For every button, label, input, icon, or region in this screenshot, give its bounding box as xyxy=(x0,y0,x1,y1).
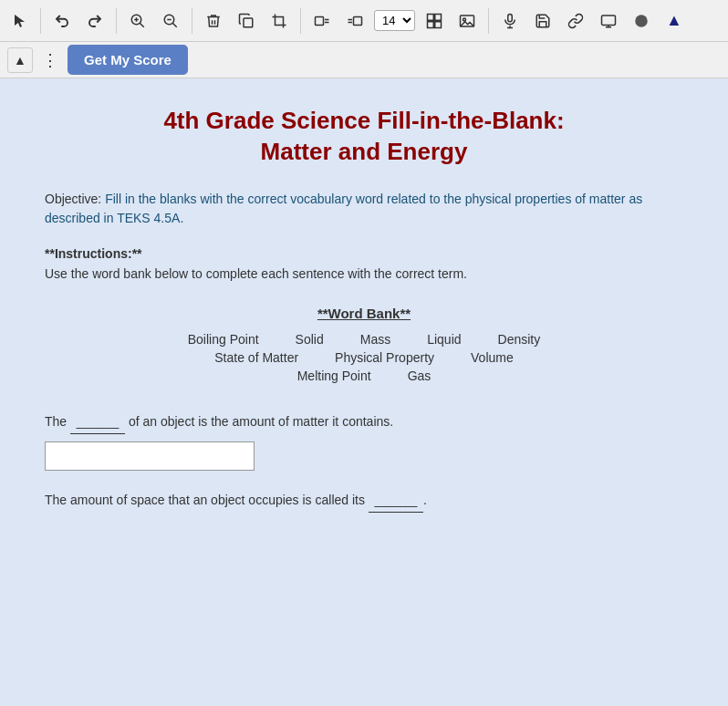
circle-button[interactable] xyxy=(628,9,655,33)
triangle-button[interactable]: ▲ xyxy=(660,7,688,34)
svg-rect-15 xyxy=(428,14,434,20)
separator-1 xyxy=(40,8,41,34)
word-gas: Gas xyxy=(408,369,432,383)
separator-5 xyxy=(488,8,489,34)
font-size-select[interactable]: 14 12 16 18 24 xyxy=(374,10,415,31)
select-tool[interactable] xyxy=(7,10,33,32)
instructions-body: Use the word bank below to complete each… xyxy=(45,265,683,284)
question-1-text: The ______ of an object is the amount of… xyxy=(45,410,683,434)
redo-button[interactable] xyxy=(81,9,109,33)
question-1-blank: ______ xyxy=(70,410,125,434)
word-bank-title: **Word Bank** xyxy=(45,306,683,321)
svg-rect-16 xyxy=(435,14,442,20)
word-solid: Solid xyxy=(296,332,324,347)
word-bank-row-2: State of Matter Physical Property Volume xyxy=(214,350,513,365)
word-bank-row-3: Melting Point Gas xyxy=(297,369,432,383)
word-bank-row-1: Boiling Point Solid Mass Liquid Density xyxy=(188,332,540,347)
separator-3 xyxy=(192,8,192,34)
zoom-in-button[interactable] xyxy=(124,9,151,33)
mic-button[interactable] xyxy=(496,9,524,33)
word-bank-section: **Word Bank** Boiling Point Solid Mass L… xyxy=(45,306,683,383)
word-volume: Volume xyxy=(471,350,514,365)
screen-button[interactable] xyxy=(595,9,622,33)
svg-point-27 xyxy=(635,15,648,27)
svg-rect-21 xyxy=(508,14,513,21)
word-physical-property: Physical Property xyxy=(335,350,434,365)
instructions-title: **Instructions:** xyxy=(45,246,683,261)
question-2-blank: ______ xyxy=(369,489,423,513)
svg-rect-24 xyxy=(602,16,616,26)
svg-rect-8 xyxy=(244,18,253,27)
main-toolbar: 14 12 16 18 24 ▲ xyxy=(0,0,728,42)
page-title: 4th Grade Science Fill-in-the-Blank: Mat… xyxy=(45,106,683,168)
duplicate-button[interactable] xyxy=(233,9,260,33)
objective-label: Objective: xyxy=(45,192,101,206)
text-resize-left[interactable] xyxy=(308,9,336,33)
svg-marker-0 xyxy=(15,15,25,27)
svg-point-20 xyxy=(463,18,466,21)
question-2-section: The amount of space that an object occup… xyxy=(45,489,683,513)
word-mass: Mass xyxy=(360,332,390,347)
more-options-button[interactable]: ⋮ xyxy=(40,48,60,72)
word-bank-grid: Boiling Point Solid Mass Liquid Density … xyxy=(45,332,683,383)
delete-button[interactable] xyxy=(200,9,227,33)
svg-line-7 xyxy=(172,23,177,27)
image-button[interactable] xyxy=(453,9,481,33)
save-button[interactable] xyxy=(529,9,556,33)
get-score-button[interactable]: Get My Score xyxy=(68,45,188,75)
objective-paragraph: Objective: Fill in the blanks with the c… xyxy=(45,190,683,228)
sub-toolbar: ▲ ⋮ Get My Score xyxy=(0,42,728,78)
word-melting-point: Melting Point xyxy=(297,369,371,383)
crop-button[interactable] xyxy=(265,9,293,33)
question-1-section: The ______ of an object is the amount of… xyxy=(45,410,683,471)
word-state-of-matter: State of Matter xyxy=(214,350,298,365)
svg-rect-9 xyxy=(316,16,324,25)
question-1-input[interactable] xyxy=(45,441,255,471)
link-button[interactable] xyxy=(562,9,589,33)
word-density: Density xyxy=(498,332,541,347)
content-area: 4th Grade Science Fill-in-the-Blank: Mat… xyxy=(0,78,728,706)
zoom-out-button[interactable] xyxy=(157,9,184,33)
word-boiling-point: Boiling Point xyxy=(188,332,259,347)
svg-rect-18 xyxy=(435,21,442,27)
nav-up-button[interactable]: ▲ xyxy=(7,47,33,73)
text-resize-right[interactable] xyxy=(341,9,369,33)
question-2-text: The amount of space that an object occup… xyxy=(45,489,683,513)
grid-button[interactable] xyxy=(421,9,448,33)
undo-button[interactable] xyxy=(48,9,76,33)
svg-line-4 xyxy=(140,23,144,27)
svg-rect-12 xyxy=(354,16,362,25)
instructions-section: **Instructions:** Use the word bank belo… xyxy=(45,246,683,284)
separator-4 xyxy=(300,8,301,34)
word-liquid: Liquid xyxy=(427,332,461,347)
separator-2 xyxy=(116,8,117,34)
svg-rect-17 xyxy=(428,21,434,27)
document-page: 4th Grade Science Fill-in-the-Blank: Mat… xyxy=(45,106,683,513)
